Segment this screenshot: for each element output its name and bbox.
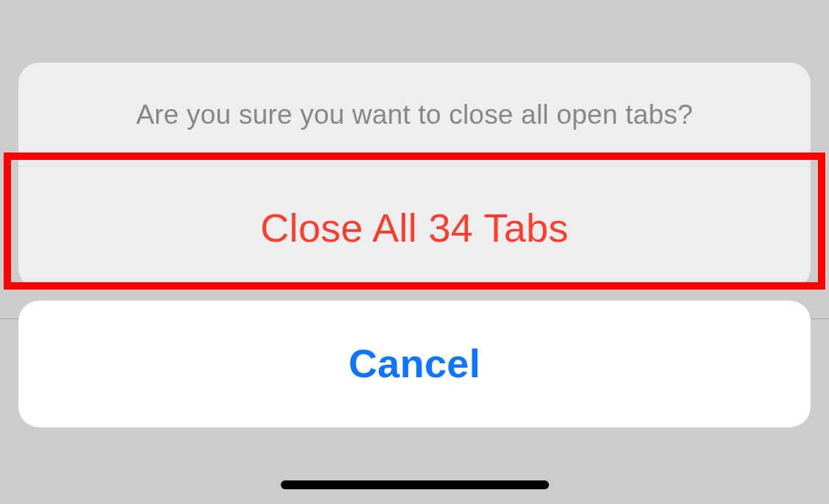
dialog-prompt: Are you sure you want to close all open … — [18, 63, 811, 166]
close-all-tabs-button[interactable]: Close All 34 Tabs — [18, 166, 811, 289]
action-sheet-container: Are you sure you want to close all open … — [18, 63, 811, 289]
action-sheet: Are you sure you want to close all open … — [18, 63, 811, 289]
cancel-button[interactable]: Cancel — [18, 301, 811, 427]
cancel-container: Cancel — [18, 301, 811, 427]
home-indicator[interactable] — [281, 480, 549, 489]
